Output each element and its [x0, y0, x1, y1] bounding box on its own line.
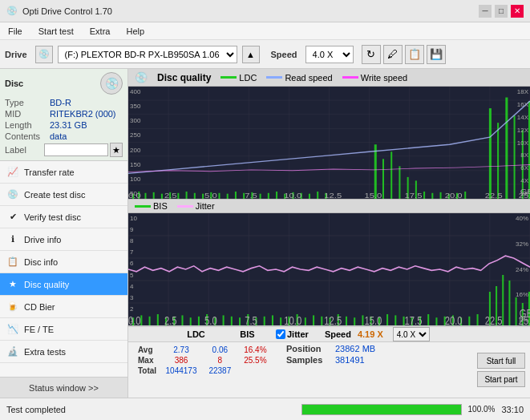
- stats-row-avg: Avg 2.73 0.06 16.4%: [135, 345, 273, 355]
- stats-bar: LDC BIS Jitter Speed 4.19 X 4.0 X 8.0 X: [128, 325, 530, 398]
- sidebar-item-extra-tests[interactable]: 🔬 Extra tests: [0, 341, 127, 363]
- avg-ldc: 2.73: [160, 345, 203, 355]
- minimize-button[interactable]: ─: [479, 5, 492, 18]
- svg-text:10.0: 10.0: [284, 191, 301, 199]
- svg-rect-95: [140, 315, 142, 325]
- svg-rect-34: [235, 192, 237, 199]
- progress-bar: [301, 404, 462, 415]
- progress-bar-fill: [302, 405, 461, 414]
- menu-file[interactable]: File: [5, 25, 26, 38]
- disc-length-label: Length: [5, 120, 50, 130]
- svg-rect-96: [149, 317, 151, 325]
- svg-text:20.0: 20.0: [445, 191, 463, 199]
- close-button[interactable]: ✕: [511, 5, 524, 18]
- stats-data-area: Avg 2.73 0.06 16.4% Max 386 8 25.5%: [128, 342, 530, 398]
- toolbar-icon-4[interactable]: 💾: [427, 45, 446, 64]
- svg-rect-30: [202, 194, 204, 199]
- toolbar-icon-3[interactable]: 📋: [405, 45, 424, 64]
- status-window-button[interactable]: Status window >>: [0, 377, 127, 398]
- svg-rect-47: [382, 159, 384, 199]
- sidebar-item-fe-te[interactable]: 📉 FE / TE: [0, 318, 127, 341]
- extra-tests-icon: 🔬: [6, 345, 19, 358]
- disc-type-label: Type: [5, 98, 50, 107]
- disc-panel-title: Disc: [5, 79, 23, 88]
- speed-stat-val: 4.19 X: [358, 329, 383, 339]
- menu-extra[interactable]: Extra: [87, 25, 114, 38]
- svg-rect-112: [280, 317, 281, 325]
- svg-rect-49: [399, 166, 400, 199]
- legend-bis: BIS: [135, 201, 168, 211]
- svg-text:22.5: 22.5: [485, 313, 503, 325]
- legend-jitter-label: Jitter: [196, 201, 215, 211]
- svg-rect-24: [153, 192, 155, 199]
- sidebar-item-label: FE / TE: [24, 325, 54, 334]
- sidebar-item-cd-bier[interactable]: 🍺 CD Bier: [0, 296, 127, 318]
- disc-label-input[interactable]: [44, 143, 108, 156]
- svg-rect-140: [508, 281, 510, 325]
- menu-starttest[interactable]: Start test: [35, 25, 77, 38]
- svg-rect-48: [390, 151, 392, 199]
- legend-jitter: Jitter: [177, 201, 215, 211]
- progress-pct: 100.0%: [468, 405, 496, 414]
- svg-text:7.5: 7.5: [245, 191, 257, 199]
- charts-container: 0.0 2.5 5.0 7.5 10.0 12.5 15.0 17.5 20.0…: [128, 87, 530, 325]
- total-jitter: [237, 365, 273, 376]
- svg-rect-29: [194, 193, 196, 199]
- drivebar: Drive 💿 (F:) PLEXTOR BD-R PX-LB950SA 1.0…: [0, 40, 530, 69]
- max-bis: 8: [203, 355, 237, 365]
- jitter-checkbox[interactable]: [276, 329, 285, 339]
- drive-eject-icon[interactable]: 💿: [35, 46, 53, 63]
- svg-rect-106: [231, 317, 233, 325]
- disc-label-apply-button[interactable]: ★: [110, 143, 123, 157]
- sidebar-item-create-test-disc[interactable]: 💿 Create test disc: [0, 184, 127, 206]
- svg-rect-120: [346, 317, 347, 325]
- total-label: Total: [135, 365, 160, 376]
- cd-bier-icon: 🍺: [6, 301, 19, 313]
- menu-help[interactable]: Help: [123, 25, 148, 38]
- toolbar-icon-2[interactable]: 🖊: [383, 45, 403, 64]
- bottom-chart-svg: 0.0 2.5 5.0 7.5 10.0 12.5 15.0 17.5 20.0…: [128, 213, 530, 325]
- toolbar-icon-1[interactable]: ↻: [362, 45, 381, 64]
- svg-rect-39: [276, 192, 277, 199]
- right-panel: 💿 Disc quality LDC Read speed Write spee…: [128, 69, 530, 398]
- sidebar-item-label: Create test disc: [24, 190, 85, 200]
- svg-rect-33: [227, 194, 229, 199]
- sidebar-item-transfer-rate[interactable]: 📈 Transfer rate: [0, 161, 127, 184]
- samples-label: Samples: [286, 355, 330, 365]
- maximize-button[interactable]: □: [495, 5, 508, 18]
- top-chart-svg: 0.0 2.5 5.0 7.5 10.0 12.5 15.0 17.5 20.0…: [128, 87, 530, 199]
- svg-rect-58: [489, 108, 492, 199]
- start-part-button[interactable]: Start part: [477, 371, 525, 387]
- stats-table-container: Avg 2.73 0.06 16.4% Max 386 8 25.5%: [128, 342, 280, 398]
- start-full-button[interactable]: Start full: [477, 353, 525, 369]
- avg-bis: 0.06: [203, 345, 237, 355]
- disc-contents-val: data: [50, 131, 67, 141]
- max-label: Max: [135, 355, 160, 365]
- svg-rect-57: [464, 192, 466, 199]
- sidebar-item-drive-info[interactable]: ℹ Drive info: [0, 228, 127, 251]
- legend-bis-label: BIS: [153, 201, 168, 211]
- sidebar-item-label: Transfer rate: [24, 168, 75, 177]
- disc-mid-val: RITEKBR2 (000): [50, 109, 116, 119]
- svg-rect-116: [313, 315, 314, 325]
- drive-info-icon: ℹ: [6, 233, 19, 246]
- svg-text:2.5: 2.5: [164, 191, 177, 199]
- sidebar-item-verify-test-disc[interactable]: ✔ Verify test disc: [0, 206, 127, 228]
- speed-select[interactable]: 4.0 X 1.0 X 2.0 X 6.0 X 8.0 X: [305, 46, 354, 63]
- svg-text:15.0: 15.0: [364, 313, 382, 325]
- sidebar-item-disc-info[interactable]: 📋 Disc info: [0, 251, 127, 273]
- svg-rect-105: [223, 315, 225, 325]
- svg-text:0.0: 0.0: [128, 191, 141, 199]
- stats-ldc-header: LDC: [170, 329, 222, 339]
- bottom-chart: 0.0 2.5 5.0 7.5 10.0 12.5 15.0 17.5 20.0…: [128, 213, 530, 325]
- speed-display-select[interactable]: 4.0 X 8.0 X: [393, 327, 430, 341]
- disc-length-val: 23.31 GB: [50, 120, 87, 130]
- svg-text:GB: GB: [520, 306, 530, 320]
- svg-rect-61: [514, 115, 516, 199]
- svg-rect-52: [423, 192, 425, 199]
- svg-rect-32: [218, 193, 220, 199]
- legend-read-speed-label: Read speed: [285, 73, 332, 83]
- drive-refresh-icon[interactable]: ▲: [242, 46, 260, 63]
- sidebar-item-disc-quality[interactable]: ★ Disc quality: [0, 273, 127, 296]
- drive-select[interactable]: (F:) PLEXTOR BD-R PX-LB950SA 1.06: [58, 46, 237, 63]
